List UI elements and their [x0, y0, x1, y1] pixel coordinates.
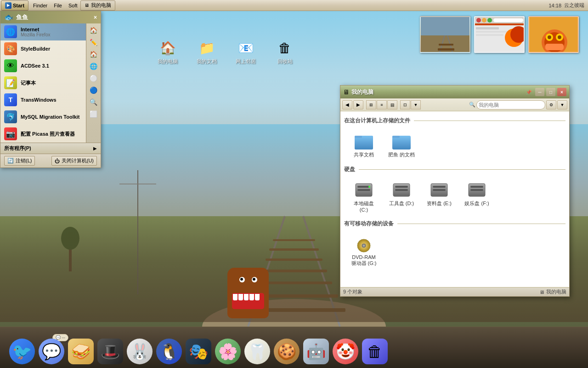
domo-eyes: [227, 277, 269, 282]
back-button[interactable]: ◀: [342, 100, 352, 109]
dock-item-clown[interactable]: 🤡: [333, 339, 358, 364]
all-programs[interactable]: 所有程序(P) ▶: [0, 143, 101, 154]
dock-icon-tooth: 🦷: [244, 339, 270, 364]
dock-item-bird[interactable]: 🐦: [9, 339, 35, 364]
menu-item-mysql[interactable]: 🐬 MySQL Migration Toolkit: [0, 109, 86, 126]
section-removable-header: 有可移动存储的设备: [344, 220, 565, 228]
quick-icon-6[interactable]: 🔵: [89, 85, 99, 95]
svg-rect-32: [475, 23, 525, 25]
menu-item-transwindows[interactable]: T TransWindows: [0, 92, 86, 109]
svg-point-43: [548, 35, 551, 39]
window-toolbar: ◀ ▶ ⊞ ≡ ▤ ⊡ ▼ 🔍 ⚙ ▼: [340, 98, 569, 111]
view-more-btns: ⊡ ▼: [400, 100, 421, 109]
quick-icon-2[interactable]: ✏️: [89, 37, 99, 47]
quick-icon-5[interactable]: ⚪: [89, 73, 99, 83]
drive-f-icon[interactable]: 娱乐盘 (F:): [461, 179, 493, 214]
desktop-icon-network[interactable]: 📧 网上邻居: [230, 37, 262, 67]
quick-icon-8[interactable]: ⬜: [89, 109, 99, 119]
settings-button[interactable]: ⚙: [546, 100, 556, 109]
drive-d-icon[interactable]: 工具盘 (D:): [385, 179, 418, 214]
svg-point-30: [487, 18, 492, 23]
taskbar-menu-file[interactable]: File: [51, 0, 65, 11]
taskbar-menu-finder[interactable]: Finder: [30, 0, 50, 11]
menu-item-picasa[interactable]: 📷 配置 Picasa 照片查看器: [0, 126, 86, 143]
menu-item-notepad[interactable]: 📝 记事本: [0, 75, 86, 92]
all-programs-arrow: ▶: [93, 146, 97, 151]
search-icon: 🔍: [469, 102, 475, 108]
menu-item-stylebuilder[interactable]: 🎨 StyleBuilder: [0, 40, 86, 58]
taskbar-menu-soft[interactable]: Soft: [66, 0, 80, 11]
dock-item-sandwich[interactable]: 🥪: [68, 339, 94, 364]
section-divider-2: [359, 169, 565, 170]
menu-item-internet[interactable]: 🌐 Internet Mozilla Firefox: [0, 23, 86, 40]
menu-item-acdsee[interactable]: 👁 ACDSee 3.1: [0, 58, 86, 75]
dock-icon-chat: 💬: [39, 339, 64, 364]
window-pin-icon[interactable]: 📌: [526, 90, 531, 95]
window-close-button[interactable]: ×: [557, 88, 566, 96]
start-button[interactable]: ▶ Start: [1, 0, 28, 11]
view-detail[interactable]: ▤: [387, 100, 397, 109]
dock-icon-robot: 🤖: [303, 339, 329, 364]
shutdown-button[interactable]: ⏻ 关闭计算机(U): [51, 156, 97, 166]
thumbnail-cartoon[interactable]: [528, 16, 579, 53]
user-docs-icon[interactable]: 肥鱼 的文档: [385, 130, 418, 160]
svg-rect-24: [438, 48, 454, 51]
dock-item-flower[interactable]: 🌸: [215, 339, 241, 364]
quick-icon-1[interactable]: 🏠: [89, 25, 99, 35]
desktop-icon-my-documents[interactable]: 📁 我的文档: [191, 37, 223, 67]
dock-item-hat2[interactable]: 🎭: [186, 339, 211, 364]
search-area: 🔍 ⚙ ▼: [469, 100, 567, 109]
start-menu-close[interactable]: ×: [94, 14, 97, 21]
network-label: 网上邻居: [236, 58, 256, 65]
dock-item-bunny[interactable]: 🐰: [127, 339, 153, 364]
menu-icon-acdsee: 👁: [4, 59, 17, 72]
settings-arrow[interactable]: ▼: [557, 100, 567, 109]
logout-button[interactable]: 🔄 注销(L): [4, 156, 35, 166]
desktop-icon-my-computer[interactable]: 🏠 我的电脑: [152, 37, 184, 67]
thumbnail-train[interactable]: [420, 16, 470, 53]
shutdown-label: 关闭计算机(U): [62, 157, 94, 164]
drive-f-label: 娱乐盘 (F:): [464, 200, 489, 207]
quick-icon-4[interactable]: 🌐: [89, 61, 99, 71]
dock-item-cookie[interactable]: 🍪: [274, 339, 300, 364]
section-divider: [414, 121, 565, 121]
svg-rect-53: [357, 186, 370, 188]
dock-item-hat[interactable]: 🎩: [97, 339, 123, 364]
fish-icon: 🐟: [4, 13, 13, 22]
status-text: 9 个对象: [343, 288, 362, 295]
menu-icon-mysql: 🐬: [4, 110, 17, 123]
drive-c-icon[interactable]: 本地磁盘 (C:): [348, 179, 380, 214]
svg-point-68: [363, 245, 365, 247]
view-combo[interactable]: ⊡: [400, 100, 410, 109]
dock-item-chat[interactable]: 💬 ··· 💬: [39, 339, 64, 364]
quick-icon-7[interactable]: 🔍: [89, 97, 99, 107]
status-right-text: 我的电脑: [546, 288, 566, 295]
dock-item-trash[interactable]: 🗑: [362, 339, 388, 364]
desktop-icon-recycle[interactable]: 🗑 回收站: [269, 37, 301, 67]
window-maximize-button[interactable]: □: [546, 88, 555, 96]
dvd-icon[interactable]: DVD-RAM 驱动器 (G:): [348, 233, 380, 269]
search-input[interactable]: [476, 100, 545, 109]
dock-icon-bird: 🐦: [9, 339, 35, 364]
shared-docs-icon[interactable]: 共享文档: [348, 130, 380, 160]
forward-button[interactable]: ▶: [353, 100, 363, 109]
view-arrow[interactable]: ▼: [411, 100, 421, 109]
drive-e-icon[interactable]: 资料盘 (E:): [423, 179, 455, 214]
dock-item-penguin[interactable]: 🐧: [156, 339, 182, 364]
svg-rect-35: [476, 34, 503, 36]
window-icon: 🖥: [343, 88, 350, 96]
dock-item-robot[interactable]: 🤖: [303, 339, 329, 364]
thumbnail-browser[interactable]: [474, 16, 525, 53]
view-grid[interactable]: ⊞: [366, 100, 376, 109]
dock-item-tooth[interactable]: 🦷: [244, 339, 270, 364]
view-list[interactable]: ≡: [377, 100, 387, 109]
window-minimize-button[interactable]: ─: [535, 88, 544, 96]
window-title: 我的电脑: [351, 88, 524, 96]
section-drives-title: 硬盘: [344, 166, 359, 173]
svg-rect-9: [266, 259, 322, 261]
taskbar-my-computer-button[interactable]: 🖥 我的电脑: [80, 0, 115, 11]
recycle-icon: 🗑: [276, 39, 294, 57]
taskbar-right: 14:18 云之彼端: [548, 2, 588, 9]
domo-eye-left: [239, 277, 245, 282]
quick-icon-3[interactable]: 🏠: [89, 49, 99, 59]
